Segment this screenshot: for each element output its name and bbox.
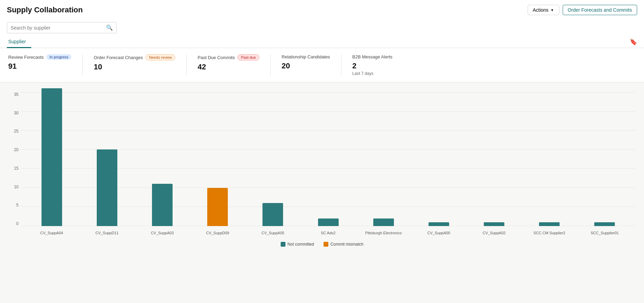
chevron-down-icon: ▼ [551,8,554,12]
metric-label-2: Past Due Commits Past due [198,54,259,60]
search-icon: 🔍 [106,24,113,31]
search-input[interactable] [11,25,106,31]
y-axis-label: 0 [8,221,21,226]
y-axis-label: 25 [8,129,21,134]
bar-not-committed-7 [429,222,449,226]
metric-label-4: B2B Message Alerts [352,54,393,59]
bar-group-2 [134,184,190,226]
x-label-0: CV_SuppA04 [24,231,79,235]
y-axis: 05101520253035 [8,92,21,236]
bar-not-committed-4 [262,203,283,226]
x-labels: CV_SuppA04CV_SuppD11CV_SuppA03CV_SuppD09… [21,231,636,235]
metric-card-1: Order Forecast Changes Needs review 10 [94,54,187,76]
y-axis-label: 20 [8,147,21,152]
order-forecasts-label: Order Forecasts and Commits [568,7,632,13]
bar-not-committed-2 [152,184,173,226]
metric-label-0: Review Forecasts In progress [8,54,71,60]
metric-card-4: B2B Message Alerts 2 Last 7 days [352,54,403,76]
x-label-1: CV_SuppD11 [79,231,134,235]
chart-legend: Not committed Commit mismatch [8,240,636,247]
y-axis-label: 5 [8,203,21,207]
bars-container [21,92,636,226]
legend-label-0: Not committed [288,242,314,247]
metric-badge-2: Past due [237,54,259,60]
metric-value-1: 10 [94,63,175,71]
y-axis-label: 35 [8,92,21,97]
actions-button[interactable]: Actions ▼ [528,5,559,15]
bar-not-committed-1 [97,149,117,226]
bar-not-committed-8 [484,222,504,226]
top-actions-area: Actions ▼ Order Forecasts and Commits [528,5,637,15]
metric-value-4: 2 [352,61,393,70]
order-forecasts-button[interactable]: Order Forecasts and Commits [563,5,637,15]
tabs-row: Supplier 🔖 [0,33,644,48]
bar-group-0 [24,88,79,226]
metric-label-text-4: B2B Message Alerts [352,54,393,59]
x-label-8: CV_SuppA02 [467,231,522,235]
x-label-9: SCC CM Supplier2 [522,231,577,235]
legend-color-1 [324,242,328,247]
bar-group-6 [356,218,411,226]
y-axis-label: 10 [8,184,21,189]
tab-supplier-label: Supplier [8,39,26,44]
actions-button-label: Actions [533,7,549,13]
x-label-4: CV_SuppA05 [245,231,301,235]
bar-group-9 [522,222,577,226]
metric-card-0: Review Forecasts In progress 91 [8,54,83,76]
bar-not-committed-5 [318,218,339,226]
chart-section: 05101520253035 CV_SuppA04CV_SuppD11CV_Su… [0,82,644,260]
metric-label-text-0: Review Forecasts [8,55,44,60]
bar-group-8 [467,222,522,226]
bar-group-5 [301,218,356,226]
chart-plot: CV_SuppA04CV_SuppD11CV_SuppA03CV_SuppD09… [21,92,636,236]
bar-group-4 [245,203,301,226]
metric-label-text-3: Relationship Candidates [282,54,330,59]
bar-not-committed-6 [373,218,394,226]
metric-label-3: Relationship Candidates [282,54,330,59]
bar-not-committed-10 [594,222,615,226]
x-label-6: Pittsburgh Electronics [356,231,411,235]
bar-group-10 [577,222,632,226]
metric-card-2: Past Due Commits Past due 42 [198,54,271,76]
x-label-5: SC Adv2 [301,231,356,235]
x-label-2: CV_SuppA03 [134,231,190,235]
x-label-10: SCC_Supplier01 [577,231,632,235]
x-label-7: CV_SuppA00 [411,231,466,235]
bar-group-1 [79,149,134,226]
legend-item-0: Not committed [281,242,314,247]
metric-value-2: 42 [198,63,259,71]
legend-item-1: Commit mismatch [324,242,363,247]
chart-area: 05101520253035 CV_SuppA04CV_SuppD11CV_Su… [8,92,636,236]
metric-card-3: Relationship Candidates 20 [282,54,341,76]
search-input-wrapper: 🔍 [7,22,117,33]
legend-color-0 [281,242,285,247]
bar-commit-mismatch-3 [207,188,228,226]
bookmark-icon[interactable]: 🔖 [630,38,637,46]
bar-group-7 [411,222,466,226]
y-axis-label: 30 [8,111,21,115]
metric-value-3: 20 [282,61,330,70]
bar-not-committed-9 [539,222,560,226]
metric-badge-0: In progress [46,54,71,60]
metric-label-1: Order Forecast Changes Needs review [94,54,175,60]
bar-not-committed-0 [42,88,62,226]
metric-badge-1: Needs review [145,54,175,60]
bar-group-3 [190,188,245,226]
search-bar-container: 🔍 [0,19,644,33]
page-title: Supply Collaboration [7,5,83,14]
metric-value-0: 91 [8,62,71,71]
metric-label-text-2: Past Due Commits [198,55,235,60]
legend-label-1: Commit mismatch [330,242,363,247]
metrics-row: Review Forecasts In progress 91 Order Fo… [0,48,644,82]
metric-label-text-1: Order Forecast Changes [94,55,143,60]
metric-sub-4: Last 7 days [352,71,393,76]
x-label-3: CV_SuppD09 [190,231,245,235]
y-axis-label: 15 [8,166,21,171]
tab-supplier[interactable]: Supplier [7,36,31,48]
chart-wrapper: 05101520253035 CV_SuppA04CV_SuppD11CV_Su… [8,92,636,257]
